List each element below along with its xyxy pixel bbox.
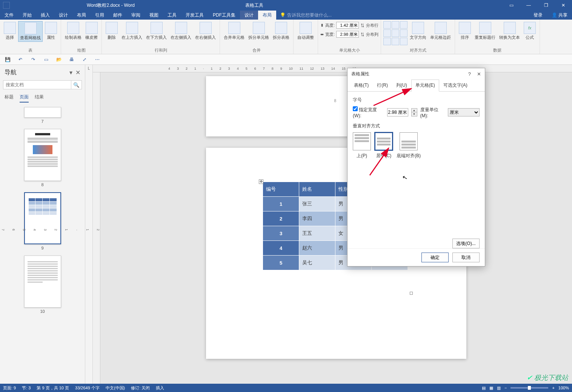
- measure-unit-select[interactable]: 厘米: [448, 108, 480, 116]
- thumbnail-7[interactable]: 7: [24, 107, 61, 127]
- nav-close-icon[interactable]: ✕: [75, 69, 80, 76]
- new-icon[interactable]: ▭: [42, 56, 50, 63]
- tab-table-layout[interactable]: 布局: [258, 11, 276, 20]
- valign-top[interactable]: 上(P): [353, 132, 371, 159]
- undo-icon[interactable]: ↶: [17, 56, 24, 63]
- tab-developer[interactable]: 开发工具: [181, 11, 208, 20]
- merge-cells-button[interactable]: 合并单元格: [222, 21, 246, 41]
- document-scroll[interactable]: 8 ✥ 编号 姓名 性别 年龄 1张三男18 2李四男19 3王五女18 4赵六…: [100, 65, 572, 384]
- cancel-button[interactable]: 取消: [452, 253, 480, 262]
- dialog-help-icon[interactable]: ?: [468, 71, 471, 77]
- thumbnail-10[interactable]: 10: [24, 256, 61, 317]
- insert-left-button[interactable]: 在左侧插入: [169, 21, 193, 41]
- insert-below-button[interactable]: 在下方插入: [145, 21, 168, 41]
- valign-bottom[interactable]: 底端对齐(B): [397, 132, 421, 159]
- height-input[interactable]: [336, 22, 359, 29]
- split-table-button[interactable]: 拆分表格: [271, 21, 291, 41]
- repeat-header-button[interactable]: 重复标题行: [473, 21, 497, 41]
- convert-to-text-button[interactable]: 转换为文本: [498, 21, 521, 41]
- minimize-button[interactable]: —: [520, 0, 537, 11]
- table-resize-handle-icon[interactable]: [410, 292, 413, 295]
- view-gridlines-button[interactable]: 查看网格线: [18, 21, 43, 42]
- tab-file[interactable]: 文件: [0, 11, 18, 20]
- distribute-rows-button[interactable]: 分布行: [366, 23, 378, 28]
- save-icon[interactable]: 💾: [4, 56, 11, 63]
- insert-right-button[interactable]: 在右侧插入: [194, 21, 217, 41]
- search-button[interactable]: 🔍: [71, 80, 82, 89]
- status-pages[interactable]: 第 9 页，共 10 页: [37, 385, 69, 391]
- text-direction-button[interactable]: 文字方向: [408, 21, 428, 45]
- width-value-input[interactable]: [387, 108, 408, 116]
- status-lang[interactable]: 中文(中国): [106, 385, 125, 391]
- sort-button[interactable]: 排序: [457, 21, 472, 41]
- ok-button[interactable]: 确定: [421, 253, 449, 262]
- dialog-tab-column[interactable]: 列(U): [392, 80, 411, 91]
- print-icon[interactable]: 🖶: [68, 56, 75, 63]
- share-button[interactable]: 👤 共享: [547, 11, 572, 20]
- dialog-tab-row[interactable]: 行(R): [373, 80, 392, 91]
- tab-view[interactable]: 视图: [145, 11, 163, 20]
- ribbon-options-icon[interactable]: ▭: [503, 0, 520, 11]
- width-input[interactable]: [336, 31, 359, 38]
- insert-above-button[interactable]: 在上方插入: [120, 21, 144, 41]
- nav-tab-headings[interactable]: 标题: [5, 94, 14, 103]
- close-button[interactable]: ✕: [555, 0, 572, 11]
- cell-margins-button[interactable]: 单元格边距: [429, 21, 452, 45]
- dialog-tab-table[interactable]: 表格(T): [350, 80, 373, 91]
- draw-table-button[interactable]: 绘制表格: [63, 21, 83, 41]
- sysmenu-icon[interactable]: [3, 2, 10, 9]
- status-track[interactable]: 修订: 关闭: [131, 385, 150, 391]
- view-web-icon[interactable]: ▥: [497, 386, 501, 390]
- nav-tab-pages[interactable]: 页面: [20, 94, 29, 103]
- eraser-button[interactable]: 橡皮擦: [84, 21, 99, 41]
- status-insert[interactable]: 插入: [156, 385, 164, 391]
- distribute-cols-button[interactable]: 分布列: [366, 32, 378, 37]
- maximize-button[interactable]: ❐: [537, 0, 555, 11]
- dialog-close-icon[interactable]: ✕: [477, 71, 481, 77]
- login-button[interactable]: 登录: [529, 11, 547, 20]
- tab-home[interactable]: 开始: [18, 11, 36, 20]
- dialog-tab-alt-text[interactable]: 可选文字(A): [439, 80, 472, 91]
- status-words[interactable]: 33/2649 个字: [75, 385, 100, 391]
- tab-table-design[interactable]: 设计: [240, 11, 258, 20]
- vertical-ruler[interactable]: 21·12345678910111213: [93, 65, 100, 384]
- nav-dropdown-icon[interactable]: ▾: [69, 69, 72, 76]
- search-input[interactable]: [3, 80, 71, 89]
- properties-button[interactable]: 属性: [43, 21, 58, 42]
- options-button[interactable]: 选项(O)...: [452, 239, 480, 248]
- tab-design[interactable]: 设计: [54, 11, 72, 20]
- view-read-icon[interactable]: ▤: [482, 386, 486, 390]
- thumbnail-8[interactable]: 8: [24, 129, 61, 191]
- autofit-button[interactable]: 自动调整: [296, 21, 315, 41]
- dialog-titlebar[interactable]: 表格属性 ? ✕: [348, 68, 485, 80]
- cell-align-grid[interactable]: [383, 21, 407, 45]
- table-move-handle-icon[interactable]: ✥: [259, 179, 263, 184]
- formula-button[interactable]: fx公式: [522, 21, 537, 41]
- select-button[interactable]: 选择: [2, 21, 17, 42]
- more-icon[interactable]: ⋯: [94, 56, 101, 63]
- status-page[interactable]: 页面: 9: [3, 385, 16, 391]
- thumbnail-9[interactable]: 9: [24, 192, 61, 254]
- zoom-level[interactable]: 100%: [558, 386, 569, 390]
- tab-layout[interactable]: 布局: [72, 11, 91, 20]
- tab-references[interactable]: 引用: [91, 11, 109, 20]
- tab-pdf[interactable]: PDF工具集: [208, 11, 240, 20]
- width-spinner[interactable]: ▲▼: [411, 108, 417, 116]
- tell-me-search[interactable]: 💡 告诉我您想要做什么...: [280, 12, 332, 18]
- redo-icon[interactable]: ↷: [29, 56, 37, 63]
- tab-mailings[interactable]: 邮件: [109, 11, 127, 20]
- zoom-in-icon[interactable]: +: [552, 386, 554, 390]
- dialog-tab-cell[interactable]: 单元格(E): [411, 80, 439, 92]
- view-print-icon[interactable]: ▦: [489, 386, 493, 390]
- split-cells-button[interactable]: 拆分单元格: [247, 21, 271, 41]
- valign-center[interactable]: 居中(C): [375, 132, 393, 159]
- touch-icon[interactable]: ⤢: [81, 56, 88, 63]
- tab-review[interactable]: 审阅: [127, 11, 145, 20]
- zoom-out-icon[interactable]: −: [504, 386, 507, 390]
- zoom-slider[interactable]: [510, 387, 548, 389]
- tab-insert[interactable]: 插入: [36, 11, 54, 20]
- tab-tools[interactable]: 工具: [163, 11, 181, 20]
- specify-width-checkbox[interactable]: 指定宽度(W):: [353, 106, 384, 118]
- delete-button[interactable]: 删除: [104, 21, 119, 41]
- status-section[interactable]: 节: 3: [22, 385, 31, 391]
